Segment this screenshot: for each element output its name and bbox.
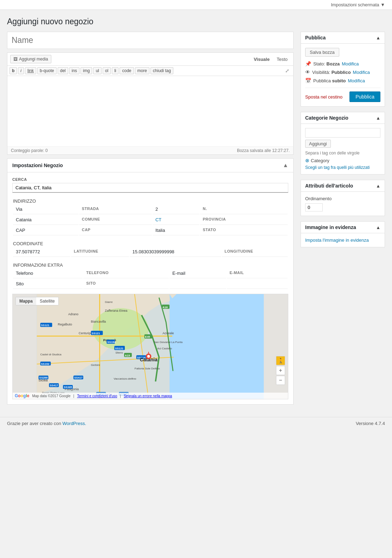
format-ul[interactable]: ul — [93, 67, 101, 74]
metabox-toggle-icon: ▲ — [283, 162, 288, 169]
address-row-3: CAP CAP Italia STATO — [13, 226, 288, 235]
wordpress-link[interactable]: WordPress. — [63, 421, 86, 426]
svg-text:Gerbini: Gerbini — [91, 363, 100, 367]
svg-text:A18: A18 — [162, 306, 168, 309]
svg-text:SS288: SS288 — [39, 376, 48, 379]
zoom-in-button[interactable]: + — [276, 366, 285, 375]
expand-editor-button[interactable]: ⤢ — [283, 67, 291, 74]
extra-row-2: Sito SITO — [13, 279, 288, 289]
address-header-cell: INDIRIZZO — [13, 198, 288, 204]
footer-text: Grazie per aver creato con WordPress. — [7, 421, 86, 426]
strada-label: STRADA — [79, 204, 152, 214]
add-media-button[interactable]: 🖼 Aggiungi media — [10, 55, 51, 63]
map-container[interactable]: Regalbuto Centuripe Biancavilla Adrano Z… — [12, 294, 288, 399]
format-more[interactable]: more — [135, 67, 149, 74]
format-ol[interactable]: ol — [103, 67, 111, 74]
format-link[interactable]: link — [25, 67, 36, 74]
svg-point-59 — [147, 355, 150, 358]
lon-label: LONGITUDINE — [222, 247, 288, 257]
editor-box: 🖼 Aggiungi media Visuale Testo b i link … — [7, 52, 294, 155]
tab-text[interactable]: Testo — [274, 56, 290, 63]
cestino-link[interactable]: Sposta nel cestino — [305, 94, 342, 100]
draft-saved: Bozza salvata alle 12:27:27. — [237, 148, 290, 153]
name-input-wrapper — [7, 32, 294, 49]
calendar-icon: 📅 — [305, 78, 311, 83]
via-value: Via — [13, 204, 78, 214]
publish-toggle-icon: ▲ — [376, 35, 380, 40]
word-count: Conteggio parole: 0 — [11, 148, 48, 153]
format-ins[interactable]: ins — [69, 67, 79, 74]
svg-text:E45: E45 — [145, 335, 150, 338]
editor-footer: Conteggio parole: 0 Bozza salvata alle 1… — [7, 146, 293, 154]
format-close-tag[interactable]: chiudi tag — [150, 67, 173, 74]
map-terms-link[interactable]: Termini e condizioni d'uso — [77, 394, 117, 398]
svg-text:SS417: SS417 — [74, 376, 83, 379]
category-input[interactable] — [305, 128, 380, 138]
format-img[interactable]: img — [81, 67, 92, 74]
stato-modifica-link[interactable]: Modifica — [342, 61, 359, 66]
pubblica-label: Pubblica subito — [313, 78, 346, 83]
provincia-value: CT — [153, 215, 199, 225]
category-remove-icon[interactable]: ⊗ — [305, 158, 309, 163]
svg-text:Giarre: Giarre — [105, 300, 113, 304]
format-italic[interactable]: i — [18, 67, 24, 74]
format-del[interactable]: del — [58, 67, 68, 74]
aggiungi-button[interactable]: Aggiungi — [305, 140, 331, 148]
categorie-panel-body: Aggiungi Separa i tag con delle virgole … — [301, 124, 385, 174]
publish-panel-body: Salva bozza 📌 Stato: Bozza Modifica 👁 Vi… — [301, 44, 385, 106]
cerca-input[interactable] — [12, 183, 288, 193]
publish-panel-title: Pubblica — [305, 35, 326, 40]
numero-value: 2 — [153, 204, 199, 214]
map-tab-mappa[interactable]: Mappa — [16, 297, 36, 305]
tag-separator: Separa i tag con delle virgole — [305, 151, 380, 156]
immagine-panel-header[interactable]: Immagine in evidenza ▲ — [301, 222, 385, 233]
page-title: Aggiungi nuovo negozio — [7, 17, 385, 26]
extra-table: INFORMAZIONI EXTRA Telefono TELEFONO E-m… — [12, 262, 288, 290]
extra-header-row: INFORMAZIONI EXTRA — [13, 262, 288, 268]
comune-value: Catania — [13, 215, 78, 225]
formatting-bar: b i link b-quote del ins img ul ol li co… — [7, 66, 293, 76]
map-report-link[interactable]: Segnala un errore nella mappa — [124, 394, 172, 398]
pubblica-button[interactable]: Pubblica — [349, 91, 380, 102]
choose-tag-link[interactable]: Scegli un tag fra quelli più utilizzati — [305, 165, 369, 170]
visibilita-label: Visibilità: Pubblico — [312, 70, 351, 75]
editor-content[interactable] — [7, 76, 293, 146]
visibilita-modifica-link[interactable]: Modifica — [353, 70, 370, 75]
screen-settings-button[interactable]: Impostazioni schermata ▼ — [331, 2, 385, 7]
format-code[interactable]: code — [120, 67, 134, 74]
svg-text:Regalbuto: Regalbuto — [58, 323, 72, 326]
provincia-label: PROVINCIA — [200, 215, 288, 225]
immagine-toggle-icon: ▲ — [376, 225, 380, 230]
pegman-control[interactable]: 🚶 — [276, 356, 285, 365]
svg-text:Fattoria Sole Delfino: Fattoria Sole Delfino — [135, 367, 160, 370]
lon-value: 15.08303039999998 — [130, 247, 221, 257]
metabox-header[interactable]: Impostazioni Negozio ▲ — [7, 159, 293, 172]
sito-label: SITO — [83, 279, 169, 289]
lat-label: LATITUDINE — [71, 247, 129, 257]
svg-text:Castel di Giudica: Castel di Giudica — [40, 353, 62, 356]
map-tab-satellite[interactable]: Satellite — [36, 297, 58, 305]
visibilita-icon: 👁 — [305, 69, 310, 75]
save-draft-button[interactable]: Salva bozza — [305, 48, 339, 57]
tab-visual[interactable]: Visuale — [251, 56, 272, 63]
format-bold[interactable]: b — [9, 67, 17, 74]
stato-icon: 📌 — [305, 61, 311, 66]
post-title-input[interactable] — [7, 32, 294, 49]
immagine-link[interactable]: Imposta l'immagine in evidenza — [305, 237, 369, 243]
coordinates-table: COORDINATE 37.5078772 LATITUDINE 15.0830… — [12, 240, 288, 258]
format-li[interactable]: li — [112, 67, 118, 74]
sito-value: Sito — [13, 279, 83, 289]
svg-text:Zafferana Etnea: Zafferana Etnea — [105, 309, 127, 312]
svg-text:SS121: SS121 — [115, 347, 123, 350]
pubblica-modifica-link[interactable]: Modifica — [348, 78, 365, 83]
attributi-panel: Attributi dell'articolo ▲ Ordinamento — [301, 180, 385, 216]
version-text: Versione 4.7.4 — [356, 421, 385, 426]
format-bquote[interactable]: b-quote — [37, 67, 57, 74]
ordinamento-input[interactable] — [305, 203, 323, 211]
categorie-panel-header[interactable]: Categorie Negozio ▲ — [301, 112, 385, 124]
svg-text:Acireale: Acireale — [162, 331, 174, 335]
zoom-out-button[interactable]: − — [276, 376, 285, 385]
attributi-panel-header[interactable]: Attributi dell'articolo ▲ — [301, 180, 385, 192]
publish-panel-header[interactable]: Pubblica ▲ — [301, 32, 385, 44]
stato-label: Stato: Bozza — [313, 61, 340, 66]
